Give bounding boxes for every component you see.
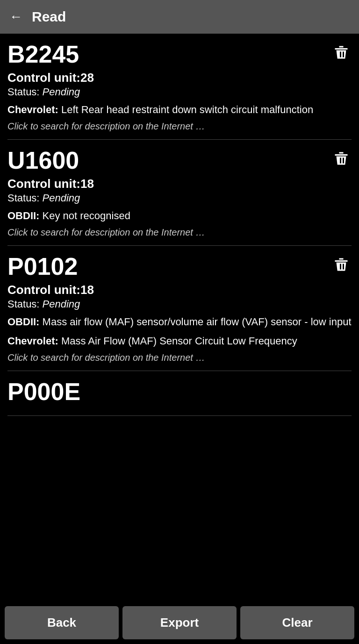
dtc-code: U1600 <box>7 147 352 174</box>
dtc-card: B2245 Control unit:28Status: PendingChev… <box>7 34 352 140</box>
dtc-card: U1600 Control unit:18Status: PendingOBDI… <box>7 140 352 246</box>
dtc-status: Status: Pending <box>7 298 352 310</box>
back-button[interactable]: Back <box>5 606 119 639</box>
header-title: Read <box>32 9 66 25</box>
dtc-search-link[interactable]: Click to search for description on the I… <box>7 352 352 363</box>
dtc-description: OBDII: Key not recognised <box>7 209 352 223</box>
dtc-status: Status: Pending <box>7 192 352 204</box>
dtc-search-link[interactable]: Click to search for description on the I… <box>7 121 352 132</box>
delete-dtc-button[interactable] <box>333 255 350 274</box>
dtc-control-unit: Control unit:18 <box>7 177 352 191</box>
dtc-status: Status: Pending <box>7 86 352 98</box>
dtc-description: Chevrolet: Mass Air Flow (MAF) Sensor Ci… <box>7 334 352 349</box>
dtc-card: P0102 Control unit:18Status: PendingOBDI… <box>7 246 352 371</box>
header: ← Read <box>0 0 359 34</box>
clear-button[interactable]: Clear <box>240 606 354 639</box>
back-arrow-icon[interactable]: ← <box>9 10 22 23</box>
dtc-code: B2245 <box>7 41 352 68</box>
dtc-card: P000E <box>7 371 352 416</box>
dtc-control-unit: Control unit:18 <box>7 283 352 297</box>
delete-dtc-button[interactable] <box>333 149 350 168</box>
footer: Back Export Clear <box>0 601 359 644</box>
content-area: B2245 Control unit:28Status: PendingChev… <box>0 34 359 601</box>
dtc-description: Chevrolet: Left Rear head restraint down… <box>7 103 352 117</box>
dtc-description: OBDII: Mass air flow (MAF) sensor/volume… <box>7 315 352 329</box>
dtc-control-unit: Control unit:28 <box>7 71 352 85</box>
dtc-search-link[interactable]: Click to search for description on the I… <box>7 227 352 238</box>
dtc-code: P000E <box>7 379 352 405</box>
dtc-code: P0102 <box>7 253 352 280</box>
delete-dtc-button[interactable] <box>333 43 350 62</box>
export-button[interactable]: Export <box>122 606 237 639</box>
